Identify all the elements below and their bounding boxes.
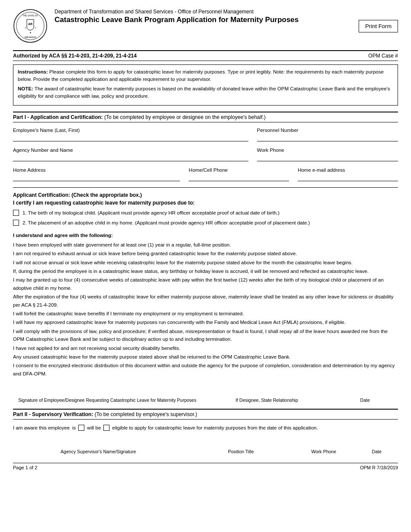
home-address-field: Home Address [13, 167, 180, 181]
page-number: Page 1 of 2 [13, 465, 37, 470]
part2-label: Part II - Supervisory Verification: [13, 411, 93, 417]
designee-rel-label: If Designee, State Relationship [236, 397, 298, 403]
supervisor-sig-row: Agency Supervisor's Name/Signature Posit… [13, 440, 398, 454]
understand-section: I understand and agree with the followin… [13, 231, 398, 378]
sup-sig-label: Agency Supervisor's Name/Signature [61, 449, 136, 454]
position-title-field: Position Title [189, 440, 292, 454]
authorized-text: Authorized by ACA §§ 21-4-203, 21-4-209,… [13, 53, 137, 59]
understand-line-7: I will have my approved catastrophic lea… [13, 318, 398, 326]
employee-sig-label: Signature of Employee/Designee Requestin… [18, 397, 196, 403]
home-cell-input[interactable] [189, 173, 289, 181]
home-address-input[interactable] [13, 173, 180, 181]
part2-header: Part II - Supervisory Verification: (To … [13, 409, 398, 420]
employee-name-row: Employee's Name (Last, First) Personnel … [13, 128, 398, 141]
sup-work-phone-field: Work Phone [298, 440, 349, 454]
form-title: Catastrophic Leave Bank Program Applicat… [55, 16, 359, 24]
employee-name-input[interactable] [13, 134, 248, 141]
home-email-label: Home e-mail address [298, 167, 398, 173]
understand-line-9: I have not applied for and am not receiv… [13, 344, 398, 352]
is-label: is [72, 425, 76, 430]
applicant-cert-section: Applicant Certification: (Check the appr… [13, 192, 398, 227]
checkbox-row-1: 1. The birth of my biological child. (Ap… [13, 209, 398, 217]
sig-date-label: Date [360, 397, 370, 403]
opm-case-label: OPM Case # [368, 53, 398, 59]
svg-text:THE STATE OF: THE STATE OF [22, 14, 38, 17]
position-title-label: Position Title [228, 449, 254, 454]
understand-line-8: I will comply with the provisions of law… [13, 327, 398, 343]
understand-line-0: I have been employed with state governme… [13, 241, 398, 249]
state-seal-icon: THE STATE OF ARKANSAS AR ✦ ✦ ✦ [13, 9, 48, 43]
will-be-checkbox[interactable] [103, 425, 109, 431]
authorized-line: Authorized by ACA §§ 21-4-203, 21-4-209,… [13, 50, 398, 61]
understand-line-4: I may be granted up to four (4) consecut… [13, 276, 398, 292]
work-phone-input[interactable] [257, 154, 398, 161]
agency-number-field: Agency Number and Name [13, 147, 248, 161]
designee-rel-field: If Designee, State Relationship [210, 388, 324, 403]
svg-text:✦: ✦ [29, 32, 32, 34]
part2-note: (To be completed by employee's superviso… [95, 411, 197, 417]
personnel-number-field: Personnel Number [257, 128, 398, 141]
agency-number-label: Agency Number and Name [13, 147, 248, 153]
cert-subtitle: I certify I am requesting catastrophic l… [13, 200, 398, 206]
aware-text1: I am aware this employee [13, 425, 70, 430]
svg-text:✦: ✦ [25, 27, 26, 29]
is-checkbox[interactable] [78, 425, 84, 431]
work-phone-field: Work Phone [257, 147, 398, 161]
home-cell-field: Home/Cell Phone [189, 167, 289, 181]
home-email-input[interactable] [298, 173, 398, 181]
will-be-label: will be [87, 425, 101, 430]
understand-line-2: I will not accrue annual or sick leave w… [13, 259, 398, 266]
signature-row: Signature of Employee/Designee Requestin… [13, 388, 398, 403]
checkbox-2-label: 2. The placement of an adoptive child in… [22, 219, 310, 227]
part1-header: Part I - Application and Certification: … [13, 112, 398, 122]
understand-line-5: After the expiration of the four (4) wee… [13, 293, 398, 309]
work-phone-label: Work Phone [257, 147, 398, 153]
understand-line-10: Any unused catastrophic leave for the ma… [13, 353, 398, 361]
revision-date: OPM R 7/18/2019 [360, 465, 398, 470]
header-text-block: Department of Transformation and Shared … [55, 9, 359, 24]
understand-line-1: I am not required to exhaust annual or s… [13, 250, 398, 257]
understand-title: I understand and agree with the followin… [13, 231, 398, 239]
employee-sig-field: Signature of Employee/Designee Requestin… [13, 388, 202, 403]
print-button[interactable]: Print Form [359, 20, 398, 32]
part1-label: Part I - Application and Certification: [13, 114, 103, 120]
dept-line: Department of Transformation and Shared … [55, 9, 359, 15]
checkbox-1[interactable] [13, 210, 19, 216]
cert-title: Applicant Certification: (Check the appr… [13, 192, 398, 198]
svg-text:AR: AR [28, 22, 32, 26]
svg-text:✦: ✦ [35, 27, 37, 29]
part1-note: (To be completed by employee or designee… [104, 114, 266, 120]
understand-line-11: I consent to the encrypted electronic di… [13, 362, 398, 378]
address-row: Home Address Home/Cell Phone Home e-mail… [13, 167, 398, 181]
home-cell-label: Home/Cell Phone [189, 167, 289, 173]
sup-work-phone-label: Work Phone [311, 449, 336, 454]
instructions-line1: Instructions: Please complete this form … [18, 68, 393, 83]
sig-date-field: Date [332, 388, 398, 403]
employee-name-label: Employee's Name (Last, First) [13, 128, 248, 133]
checkbox-2[interactable] [13, 220, 19, 226]
divider1 [13, 187, 398, 188]
agency-number-input[interactable] [13, 154, 248, 161]
home-email-field: Home e-mail address [298, 167, 398, 181]
employee-name-field: Employee's Name (Last, First) [13, 128, 248, 141]
page-header: THE STATE OF ARKANSAS AR ✦ ✦ ✦ Departmen… [13, 9, 398, 43]
aware-text2: eligible to apply for catastrophic leave… [112, 425, 318, 430]
sup-date-field: Date [355, 440, 398, 454]
instructions-line2: NOTE: The award of catastrophic leave fo… [18, 85, 393, 100]
home-address-label: Home Address [13, 167, 180, 173]
instructions-box: Instructions: Please complete this form … [13, 64, 398, 106]
sup-sig-field: Agency Supervisor's Name/Signature [13, 440, 183, 454]
svg-text:ARKANSAS: ARKANSAS [24, 36, 36, 38]
personnel-number-input[interactable] [257, 134, 398, 141]
understand-line-6: I will forfeit the catastrophic leave be… [13, 310, 398, 317]
agency-row: Agency Number and Name Work Phone [13, 147, 398, 161]
aware-row: I am aware this employee is will be elig… [13, 425, 398, 431]
cert-title-bold: Applicant Certification: [13, 192, 70, 198]
sup-date-label: Date [372, 449, 382, 454]
understand-line-3: If, during the period the employee is in… [13, 267, 398, 275]
checkbox-row-2: 2. The placement of an adoptive child in… [13, 219, 398, 227]
personnel-number-label: Personnel Number [257, 128, 398, 133]
checkbox-1-label: 1. The birth of my biological child. (Ap… [22, 209, 279, 217]
part2-section: Part II - Supervisory Verification: (To … [13, 409, 398, 454]
footer: Page 1 of 2 OPM R 7/18/2019 [13, 463, 398, 470]
